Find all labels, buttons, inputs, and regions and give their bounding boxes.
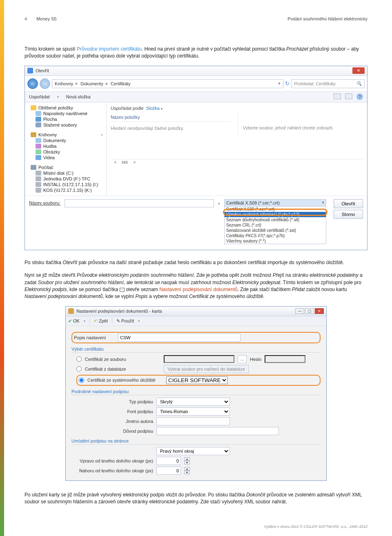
file-list-area: Uspořádat podle Složka ▾ Název položky H… [107,102,367,196]
browse-button[interactable]: … [238,355,247,363]
new-folder-button[interactable]: Nová složka [66,94,91,99]
tree-item[interactable]: Jednotka DVD (F:) TFC [28,176,103,182]
library-icon [31,132,36,137]
folder-icon [27,68,33,73]
search-input[interactable]: Prohledat: Certifikáty 🔍 [291,79,365,88]
download-icon [36,122,41,127]
tree-item[interactable]: Dokumenty [28,138,103,143]
author-input[interactable] [156,417,230,425]
cert-file-radio[interactable] [76,356,82,362]
close-icon[interactable]: ✕ [315,308,324,314]
arrange-by-link[interactable]: Složka [146,106,160,111]
help-icon[interactable]: ? [356,93,363,100]
tree-item[interactable]: Stažené soubory [28,122,103,128]
cert-store-select[interactable]: CIGLER SOFTWARE [166,376,228,384]
open-file-dialog: Otevřít ✕ ← → Knihovny▸ Dokumenty▸ Certi… [24,66,368,250]
folder-tree: Oblíbené položky Naposledy navštívené Pl… [25,102,107,196]
cert-file-path[interactable] [164,355,234,363]
dialog2-title: Nastavení podepisování dokumentů - karta [76,309,162,314]
dialog-title: Otevřít [36,68,49,73]
column-header[interactable]: Název položky [111,113,231,122]
popis-input[interactable] [118,334,241,342]
apply-button[interactable]: ✎ Použít [116,318,134,324]
offset-y-input[interactable] [156,467,181,475]
minimize-icon[interactable]: — [295,308,304,314]
ellipsis-icon: ⋯ [120,288,125,292]
header-left: Money S5 [36,16,57,21]
paragraph-3: Nyní se již může otevřít Průvodce elektr… [24,272,368,300]
tree-item[interactable]: Videa [28,155,103,160]
side-stripe [0,0,4,536]
popis-label: Popis nastavení [74,335,115,340]
settings-icon [68,308,74,314]
back-button[interactable]: ↶ Zpět [94,318,108,324]
page-footer: Vydáno v únoru 2012 © CÍGLER SOFTWARE, a… [264,525,368,529]
offset-x-input[interactable] [156,457,181,465]
position-select[interactable]: Pravý horní okraj [156,447,230,455]
organise-button[interactable]: Uspořádat [29,94,50,99]
open-button[interactable]: Otevřít [334,199,363,208]
drive-icon [36,171,41,176]
ok-button[interactable]: ✔ OK [68,318,80,324]
paragraph-4: Po uložení karty se již může právě vytvo… [24,492,368,506]
section-detail: Podrobné nastavení podpisu [71,389,321,395]
maximize-icon[interactable]: ▢ [305,308,314,314]
sign-type-select[interactable]: Skrytý [156,398,230,406]
refresh-icon[interactable]: ↻ [285,80,290,87]
breadcrumb[interactable]: Knihovny▸ Dokumenty▸ Certifikáty ▾ [52,79,283,88]
nav-row: ← → Knihovny▸ Dokumenty▸ Certifikáty ▾ ↻… [25,76,367,92]
cert-password[interactable] [265,355,305,363]
forward-button[interactable]: → [40,78,50,89]
close-icon[interactable]: ✕ [352,67,365,74]
music-icon [36,144,41,149]
dialog-toolbar: Uspořádat▾ Nová složka ? [25,92,367,102]
db-load-button[interactable]: Vybrat soubor pro načtení do databáze [164,365,249,373]
sign-settings-dialog: Nastavení podepisování dokumentů - karta… [65,306,327,481]
tree-item[interactable]: Plocha [28,116,103,122]
dialog2-toolbar: ✔ OK ▾ ↶ Zpět ✎ Použít ▾ [66,316,326,326]
computer-icon [31,165,36,170]
desktop-icon [36,117,41,122]
documents-icon [36,138,41,143]
tree-item[interactable]: INSTALL (\\172.17.1.15) (I:) [28,182,103,187]
pictures-icon [36,149,41,154]
highlight-annotation: Popis nastavení [71,332,321,343]
view-icon[interactable] [334,93,341,99]
filetype-select[interactable]: Certifikát X.509 (*.cer;*.crt) Certifiká… [224,199,326,244]
tree-item[interactable]: Hudba [28,143,103,149]
scrollbar[interactable]: ◄ ▮▮▮ ► [111,159,363,165]
filename-label: Název souboru: [29,199,60,205]
tree-group-computer[interactable]: Počítač [28,165,103,170]
tree-item[interactable]: Naposledy navštívené [28,111,103,116]
network-drive-icon [36,182,41,187]
tree-group-favorites[interactable]: Oblíbené položky [28,105,103,111]
paragraph-1: Tímto krokem se spustí Průvodce importem… [24,46,368,60]
tree-item[interactable]: Místní disk (C:) [28,170,103,176]
preview-toggle-icon[interactable] [345,93,352,99]
cert-db-radio[interactable] [76,366,82,371]
preview-pane: Vyberte soubor, jehož náhled chcete zobr… [238,113,363,135]
tree-item[interactable]: Obrázky [28,149,103,155]
dialog-bottom: Název souboru: ▾ Certifikát X.509 (*.cer… [25,196,367,250]
star-icon [31,105,36,110]
reason-input[interactable] [156,427,279,435]
dialog-titlebar: Otevřít ✕ [25,66,367,76]
videos-icon [36,155,41,160]
cancel-button[interactable]: Storno [334,210,363,219]
tree-group-libraries[interactable]: Knihovny≡ [28,132,103,138]
paragraph-2: Po stisku tlačítka Otevřít pak průvodce … [24,259,368,266]
sign-font-select[interactable]: Times-Roman [156,407,230,416]
cert-store-radio[interactable] [79,378,84,383]
spin-buttons[interactable]: ▲▼ [184,457,190,465]
page-header: 4 Money S5 Podání souhrnného hlášení ele… [24,16,368,21]
spin-buttons[interactable]: ▲▼ [184,467,190,474]
back-button[interactable]: ← [27,78,38,89]
filename-input[interactable] [65,199,214,207]
dialog2-titlebar: Nastavení podepisování dokumentů - karta… [66,307,326,316]
tree-item[interactable]: KOS (\\172.17.1.15) (K:) [28,187,103,193]
highlight-annotation: Certifikát ze systémového úložiště CIGLE… [76,375,321,386]
empty-message: Hledání neodpovídají žádné položky. [111,122,231,135]
header-right: Podání souhrnného hlášení elektronicky [287,16,368,21]
recent-icon [36,111,41,116]
search-icon: 🔍 [356,81,362,86]
